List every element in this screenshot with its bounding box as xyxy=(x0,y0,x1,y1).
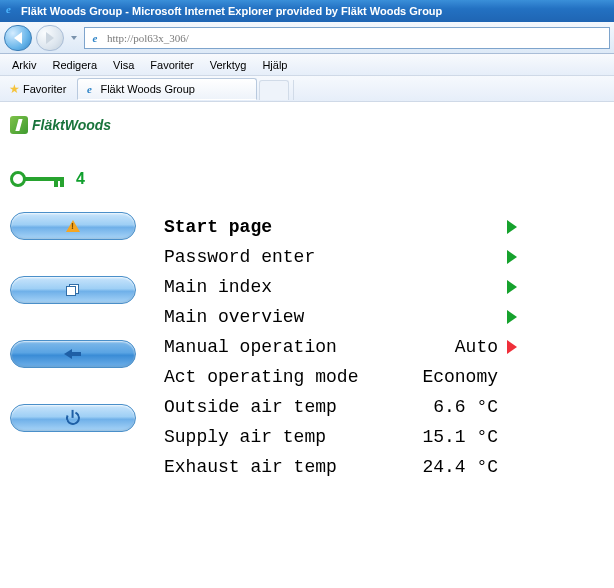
page-icon xyxy=(87,30,103,46)
browser-navbar xyxy=(0,22,614,54)
nav-history-dropdown[interactable] xyxy=(68,25,80,51)
back-button[interactable] xyxy=(4,25,32,51)
row-label: Outside air temp xyxy=(164,397,394,417)
warning-icon xyxy=(66,220,80,232)
pages-button[interactable] xyxy=(10,276,136,304)
row-main-overview[interactable]: Main overview xyxy=(164,302,604,332)
nav-arrow-icon xyxy=(504,280,520,294)
tab-strip: Fläkt Woods Group xyxy=(77,78,323,100)
nav-arrow-icon xyxy=(504,310,520,324)
row-value: Economy xyxy=(394,367,504,387)
menu-visa[interactable]: Visa xyxy=(105,56,142,74)
row-value: 15.1 °C xyxy=(394,427,504,447)
back-page-button[interactable] xyxy=(10,340,136,368)
favorites-bar: ★ Favoriter Fläkt Woods Group xyxy=(0,76,614,102)
new-tab-button[interactable] xyxy=(259,80,289,100)
row-label: Exhaust air temp xyxy=(164,457,394,477)
page-content: FläktWoods 4 Start page Password enter xyxy=(0,102,614,490)
menu-rows: Start page Password enter Main index Mai… xyxy=(164,212,604,482)
row-label: Act operating mode xyxy=(164,367,394,387)
window-title: Fläkt Woods Group - Microsoft Internet E… xyxy=(21,5,442,17)
brand-name: FläktWoods xyxy=(32,117,111,133)
star-icon: ★ xyxy=(9,82,20,96)
access-level-value: 4 xyxy=(76,170,85,188)
row-exhaust-air-temp: Exhaust air temp 24.4 °C xyxy=(164,452,604,482)
nav-arrow-icon xyxy=(504,250,520,264)
brand-logo: FläktWoods xyxy=(10,110,604,140)
row-main-index[interactable]: Main index xyxy=(164,272,604,302)
row-label: Start page xyxy=(164,217,394,237)
power-button[interactable] xyxy=(10,404,136,432)
tab-separator xyxy=(293,80,323,100)
tab-page-icon xyxy=(82,82,96,96)
arrow-left-icon xyxy=(64,350,82,358)
address-bar[interactable] xyxy=(84,27,610,49)
forward-button[interactable] xyxy=(36,25,64,51)
row-label: Main overview xyxy=(164,307,394,327)
row-value: 6.6 °C xyxy=(394,397,504,417)
nav-arrow-icon xyxy=(504,220,520,234)
tab-title: Fläkt Woods Group xyxy=(100,83,195,95)
favorites-label: Favoriter xyxy=(23,83,66,95)
browser-tab[interactable]: Fläkt Woods Group xyxy=(77,78,257,100)
row-manual-operation[interactable]: Manual operation Auto xyxy=(164,332,604,362)
power-icon xyxy=(64,409,82,427)
row-act-operating-mode: Act operating mode Economy xyxy=(164,362,604,392)
address-input[interactable] xyxy=(107,32,607,44)
row-label: Main index xyxy=(164,277,394,297)
menu-hjalp[interactable]: Hjälp xyxy=(254,56,295,74)
menu-verktyg[interactable]: Verktyg xyxy=(202,56,255,74)
favorites-button[interactable]: ★ Favoriter xyxy=(2,79,73,99)
menu-redigera[interactable]: Redigera xyxy=(44,56,105,74)
row-label: Manual operation xyxy=(164,337,394,357)
row-outside-air-temp: Outside air temp 6.6 °C xyxy=(164,392,604,422)
window-titlebar: Fläkt Woods Group - Microsoft Internet E… xyxy=(0,0,614,22)
row-password-enter[interactable]: Password enter xyxy=(164,242,604,272)
alarm-button[interactable] xyxy=(10,212,136,240)
menu-favoriter[interactable]: Favoriter xyxy=(142,56,201,74)
row-label: Supply air temp xyxy=(164,427,394,447)
row-value: Auto xyxy=(394,337,504,357)
row-start-page[interactable]: Start page xyxy=(164,212,604,242)
brand-mark-icon xyxy=(10,116,28,134)
access-level-row: 4 xyxy=(10,170,604,188)
ie-icon xyxy=(4,4,18,18)
menu-bar: Arkiv Redigera Visa Favoriter Verktyg Hj… xyxy=(0,54,614,76)
documents-icon xyxy=(66,284,80,296)
row-value: 24.4 °C xyxy=(394,457,504,477)
row-label: Password enter xyxy=(164,247,394,267)
menu-arkiv[interactable]: Arkiv xyxy=(4,56,44,74)
key-icon xyxy=(10,171,64,187)
side-buttons xyxy=(10,212,140,482)
nav-arrow-icon xyxy=(504,340,520,354)
row-supply-air-temp: Supply air temp 15.1 °C xyxy=(164,422,604,452)
